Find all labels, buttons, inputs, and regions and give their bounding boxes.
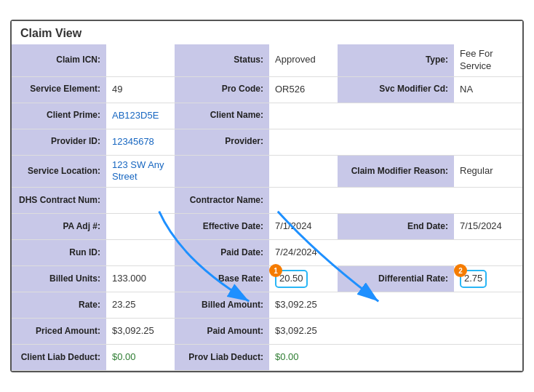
value-paid-date: 7/24/2024	[269, 240, 522, 265]
row-service-element: Service Element: 49 Pro Code: OR526 Svc …	[12, 77, 522, 103]
value-paid-amount: $3,092.25	[269, 319, 522, 344]
row-dhs-contract: DHS Contract Num: Contractor Name:	[12, 188, 522, 214]
value-run-id	[106, 240, 175, 265]
label-claim-icn: Claim ICN:	[12, 44, 106, 76]
label-provider-id: Provider ID:	[12, 129, 106, 155]
value-billed-units: 133.000	[106, 266, 175, 292]
label-paid-amount: Paid Amount:	[175, 319, 269, 344]
label-type: Type:	[338, 44, 454, 76]
differential-rate-value: 2.75	[464, 273, 482, 285]
label-priced-amount: Priced Amount:	[12, 319, 106, 344]
value-rate: 23.25	[106, 292, 175, 318]
value-priced-amount: $3,092.25	[106, 319, 175, 344]
label-billed-amount: Billed Amount:	[175, 292, 269, 318]
claim-view-panel: Claim View Claim ICN: Status: Approved T…	[10, 20, 524, 373]
base-rate-highlight: 1 20.50	[275, 270, 308, 288]
label-differential-rate: Differential Rate:	[338, 266, 454, 292]
differential-rate-highlight: 2 2.75	[460, 270, 487, 288]
label-client-name: Client Name:	[175, 103, 269, 129]
label-service-location: Service Location:	[12, 156, 106, 188]
row-priced-amount: Priced Amount: $3,092.25 Paid Amount: $3…	[12, 319, 522, 345]
label-run-id: Run ID:	[12, 240, 106, 265]
value-client-prime[interactable]: AB123D5E	[106, 103, 175, 129]
value-dhs-contract	[106, 188, 175, 213]
value-pa-adj	[106, 214, 175, 239]
row-service-location: Service Location: 123 SW Any Street Clai…	[12, 156, 522, 188]
value-status: Approved	[269, 44, 338, 76]
label-svc-modifier: Svc Modifier Cd:	[338, 77, 454, 103]
label-claim-modifier-reason: Claim Modifier Reason:	[338, 156, 454, 188]
label-base-rate: Base Rate:	[175, 266, 269, 292]
label-paid-date: Paid Date:	[175, 240, 269, 265]
value-type: Fee For Service	[454, 44, 522, 76]
label-status: Status:	[175, 44, 269, 76]
label-end-date: End Date:	[338, 214, 454, 239]
label-pro-code: Pro Code:	[175, 77, 269, 103]
value-claim-icn	[106, 44, 175, 76]
label-client-liab: Client Liab Deduct:	[12, 345, 106, 370]
value-differential-rate: 2 2.75	[454, 266, 522, 292]
label-client-prime: Client Prime:	[12, 103, 106, 129]
row-run-id: Run ID: Paid Date: 7/24/2024	[12, 240, 522, 266]
value-client-liab: $0.00	[106, 345, 175, 370]
label-provider: Provider:	[175, 129, 269, 155]
row-client-prime: Client Prime: AB123D5E Client Name:	[12, 103, 522, 129]
row-claim-icn: Claim ICN: Status: Approved Type: Fee Fo…	[12, 44, 522, 77]
title-text: Claim View	[20, 27, 81, 39]
value-provider	[269, 129, 522, 155]
value-end-date: 7/15/2024	[454, 214, 522, 239]
value-service-element: 49	[106, 77, 175, 103]
label-contractor-name: Contractor Name:	[175, 188, 269, 213]
value-svc-modifier: NA	[454, 77, 522, 103]
content-area: Claim ICN: Status: Approved Type: Fee Fo…	[12, 44, 522, 372]
label-billed-units: Billed Units:	[12, 266, 106, 292]
label-dhs-contract: DHS Contract Num:	[12, 188, 106, 213]
value-prov-liab: $0.00	[269, 345, 522, 370]
value-client-name	[269, 103, 522, 129]
label-empty-5	[175, 156, 269, 188]
label-effective-date: Effective Date:	[175, 214, 269, 239]
label-rate: Rate:	[12, 292, 106, 318]
panel-title: Claim View	[12, 21, 522, 44]
label-service-element: Service Element:	[12, 77, 106, 103]
value-claim-modifier-reason: Regular	[454, 156, 522, 188]
label-pa-adj: PA Adj #:	[12, 214, 106, 239]
row-provider-id: Provider ID: 12345678 Provider:	[12, 129, 522, 156]
value-service-location[interactable]: 123 SW Any Street	[106, 156, 175, 188]
row-billed-units: Billed Units: 133.000 Base Rate: 1 20.50…	[12, 266, 522, 292]
value-empty-5	[269, 156, 338, 188]
value-provider-id[interactable]: 12345678	[106, 129, 175, 155]
value-pro-code: OR526	[269, 77, 338, 103]
value-base-rate: 1 20.50	[269, 266, 338, 292]
base-rate-value: 20.50	[279, 273, 303, 285]
value-contractor-name	[269, 188, 522, 213]
row-rate: Rate: 23.25 Billed Amount: $3,092.25	[12, 292, 522, 319]
row-client-liab: Client Liab Deduct: $0.00 Prov Liab Dedu…	[12, 345, 522, 371]
value-billed-amount: $3,092.25	[269, 292, 522, 318]
value-effective-date: 7/1/2024	[269, 214, 338, 239]
label-prov-liab: Prov Liab Deduct:	[175, 345, 269, 370]
row-pa-adj: PA Adj #: Effective Date: 7/1/2024 End D…	[12, 214, 522, 240]
